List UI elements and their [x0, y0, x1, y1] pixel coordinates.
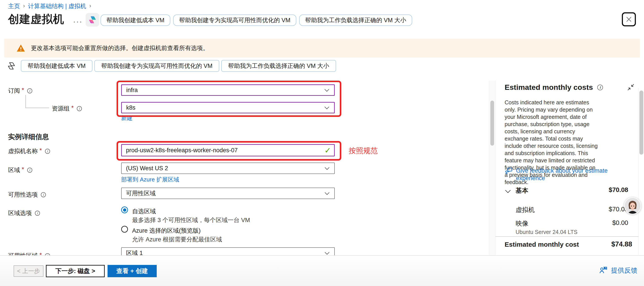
chip-high-availability-vm[interactable]: 帮助我创建专为实现高可用性而优化的 VM: [173, 15, 296, 26]
more-options-button[interactable]: ···: [73, 18, 83, 26]
vm-name-input[interactable]: [121, 144, 335, 156]
give-feedback-link[interactable]: 提供反馈: [599, 266, 638, 275]
info-icon[interactable]: [35, 211, 40, 216]
close-button[interactable]: [622, 12, 636, 26]
copilot-outline-icon: [6, 61, 16, 71]
warning-icon: [16, 44, 25, 53]
info-icon[interactable]: [41, 192, 46, 197]
instance-details-title: 实例详细信息: [8, 132, 49, 141]
cost-group-amount: $70.08: [609, 186, 628, 193]
info-icon[interactable]: [77, 106, 82, 111]
region-label: 区域*: [8, 166, 32, 174]
close-icon: [626, 16, 632, 23]
next-disks-button[interactable]: 下一步: 磁盘 >: [46, 265, 105, 277]
total-cost-label: Estimated monthly cost: [504, 241, 579, 248]
main-scrollbar-thumb[interactable]: [490, 101, 494, 146]
create-new-link[interactable]: 新建: [121, 114, 132, 122]
cost-item-image-amount: $0.00: [612, 219, 628, 226]
vm-name-label: 虚拟机名称*: [8, 147, 50, 155]
cost-item-image-detail: Ubuntu Server 24.04 LTS: [516, 229, 578, 235]
info-icon[interactable]: [27, 168, 32, 173]
info-icon[interactable]: [45, 149, 50, 154]
valid-check-icon: ✓: [324, 146, 331, 155]
chip-right-vm-size[interactable]: 帮助我为工作负载选择正确的 VM 大小: [299, 15, 412, 26]
copilot-button[interactable]: [86, 13, 99, 27]
info-icon[interactable]: [597, 85, 603, 90]
breadcrumb: 主页 › 计算基础结构 | 虚拟机 ›: [8, 2, 91, 10]
assist-chip-right-vm-size[interactable]: 帮助我为工作负载选择正确的 VM 大小: [221, 60, 336, 72]
cost-item-image-name: 映像: [516, 219, 528, 228]
breadcrumb-chevron-icon: ›: [23, 3, 25, 9]
previous-button[interactable]: < 上一步: [14, 265, 44, 277]
footer-bar: < 上一步 下一步: 磁盘 > 查看 + 创建 提供反馈: [0, 255, 644, 286]
costs-panel-title: Estimated monthly costs: [504, 83, 603, 92]
radio-self-selected-zones[interactable]: [121, 206, 128, 213]
radio-self-selected-zones-label[interactable]: 自选区域: [132, 207, 156, 215]
info-icon[interactable]: [27, 88, 32, 93]
group-chevron-icon[interactable]: [505, 190, 511, 194]
estimate-feedback-link[interactable]: Give feedback about your estimate experi…: [504, 167, 610, 182]
subscription-dropdown[interactable]: infra: [121, 84, 335, 96]
panel-scrollbar-thumb[interactable]: [640, 91, 643, 155]
subscription-label: 订阅*: [8, 87, 32, 95]
warning-text: 更改基本选项可能会重置所做的选择。创建虚拟机前查看所有选项。: [31, 44, 209, 52]
assist-chip-high-availability-vm[interactable]: 帮助我创建专为实现高可用性而优化的 VM: [94, 60, 219, 72]
radio-azure-selected-zones-label[interactable]: Azure 选择的区域(预览版): [132, 227, 200, 235]
copilot-suggestion-row: 帮助我创建低成本 VM 帮助我创建专为实现高可用性而优化的 VM 帮助我为工作负…: [100, 15, 412, 26]
annotation-text: 按照规范: [349, 146, 378, 156]
chevron-down-icon: [325, 190, 330, 197]
availability-options-dropdown[interactable]: 可用性区域: [121, 188, 335, 199]
radio-self-selected-zones-desc: 最多选择 3 个可用性区域，每个区域一台 VM: [132, 216, 250, 224]
review-create-button[interactable]: 查看 + 创建: [108, 265, 157, 277]
feedback-person-icon: [599, 266, 608, 275]
zone-options-label: 区域选项: [8, 209, 40, 217]
assist-chip-row: 帮助我创建低成本 VM 帮助我创建专为实现高可用性而优化的 VM 帮助我为工作负…: [6, 60, 336, 72]
estimated-costs-panel: Estimated monthly costs Costs indicated …: [496, 75, 644, 255]
panel-divider: [496, 236, 639, 237]
breadcrumb-home-link[interactable]: 主页: [8, 2, 20, 10]
resource-group-dropdown[interactable]: k8s: [121, 102, 335, 113]
cost-group-name[interactable]: 基本: [516, 186, 528, 195]
collapse-panel-icon[interactable]: [627, 84, 634, 92]
chevron-down-icon: [324, 87, 329, 94]
resource-group-label: 资源组*: [52, 105, 82, 112]
chevron-down-icon: [325, 165, 330, 172]
breadcrumb-section-link[interactable]: 计算基础结构 | 虚拟机: [28, 2, 86, 10]
assist-chip-low-cost-vm[interactable]: 帮助我创建低成本 VM: [21, 60, 92, 72]
warning-banner: 更改基本选项可能会重置所做的选择。创建虚拟机前查看所有选项。: [4, 39, 640, 58]
copilot-icon: [88, 15, 97, 24]
create-vm-page: 主页 › 计算基础结构 | 虚拟机 › 创建虚拟机 ··· 帮助我创建低成本 V…: [0, 0, 644, 286]
total-cost-amount: $74.88: [611, 240, 632, 248]
edge-zone-link[interactable]: 部署到 Azure 扩展区域: [121, 176, 179, 183]
tree-connector: [26, 95, 49, 108]
radio-azure-selected-zones[interactable]: [121, 226, 128, 233]
availability-options-label: 可用性选项: [8, 191, 46, 199]
page-title: 创建虚拟机: [8, 12, 64, 27]
avatar[interactable]: [624, 197, 641, 214]
panel-scrollbar-track: [638, 88, 638, 255]
feedback-bubbles-icon: [504, 167, 513, 175]
region-dropdown[interactable]: (US) West US 2: [121, 163, 335, 174]
chip-low-cost-vm[interactable]: 帮助我创建低成本 VM: [100, 15, 170, 26]
chevron-down-icon: [324, 104, 329, 111]
cost-item-vm-name: 虚拟机: [516, 206, 535, 214]
radio-azure-selected-zones-desc: 允许 Azure 根据需要分配最佳区域: [132, 235, 222, 243]
breadcrumb-chevron-icon: ›: [89, 3, 91, 9]
